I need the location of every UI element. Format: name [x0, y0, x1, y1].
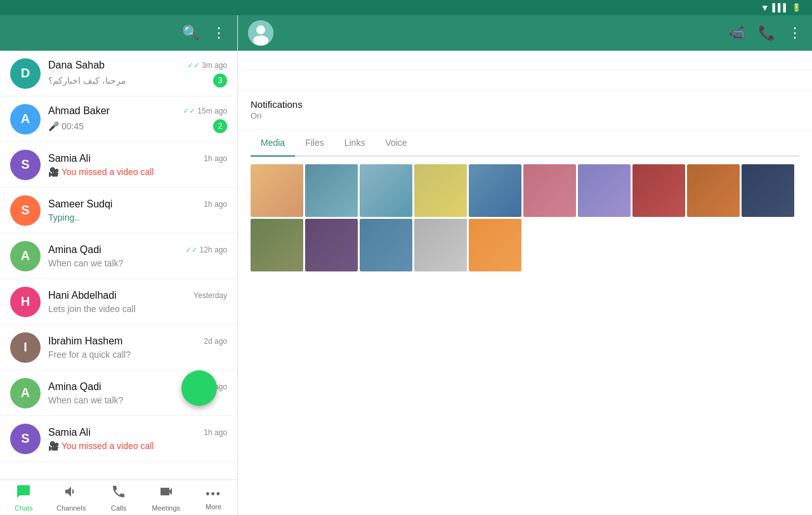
chat-name: Samia Ali — [48, 153, 91, 164]
channels-nav-icon — [63, 484, 79, 503]
calls-nav-icon — [111, 484, 126, 503]
check-icon: ✓✓ — [183, 107, 195, 115]
voice-call-icon[interactable]: 📞 — [758, 25, 775, 41]
chat-name-row: Dana Sahab ✓✓3m ago — [48, 60, 227, 71]
chat-item[interactable]: S Sameer Sudqi 1h ago Typing.. — [0, 188, 237, 233]
media-grid — [251, 164, 799, 271]
nav-item-meetings[interactable]: Meetings — [142, 480, 190, 515]
chat-time: 1h ago — [204, 428, 227, 437]
chat-item[interactable]: S Samia Ali 1h ago 🎥 You missed a video … — [0, 416, 237, 462]
chat-info: Hani Abdelhadi Yesterday Lets join the v… — [48, 290, 227, 314]
right-menu-icon[interactable]: ⋮ — [788, 25, 802, 41]
media-section: MediaFilesLinksVoice — [238, 130, 812, 271]
nav-item-channels[interactable]: Channels — [48, 480, 95, 515]
wifi-icon: ▼ — [761, 3, 769, 13]
chat-item[interactable]: A Ahmad Baker ✓✓15m ago 🎤 00:45 2 — [0, 96, 237, 142]
video-call-icon[interactable]: 📹 — [728, 25, 745, 41]
svg-point-1 — [256, 25, 265, 34]
avatar: A — [10, 241, 41, 271]
chat-item[interactable]: S Samia Ali 1h ago 🎥 You missed a video … — [0, 142, 237, 188]
media-thumbnail[interactable] — [687, 164, 740, 217]
calls-nav-label: Calls — [111, 504, 126, 512]
notifications-title: Notifications — [251, 99, 799, 110]
new-chat-fab[interactable] — [181, 370, 217, 406]
right-panel: 📹 📞 ⋮ Notifications On MediaFilesLinksVo… — [238, 15, 812, 515]
meetings-nav-label: Meetings — [152, 504, 180, 512]
chat-info: Ahmad Baker ✓✓15m ago 🎤 00:45 2 — [48, 105, 227, 133]
avatar: H — [10, 287, 41, 317]
check-icon: ✓✓ — [187, 61, 200, 70]
media-thumbnail[interactable] — [251, 164, 303, 217]
chat-name-row: Samia Ali 1h ago — [48, 427, 227, 438]
chats-nav-icon — [16, 484, 31, 503]
header-icons: 🔍 ⋮ — [182, 25, 227, 41]
menu-icon[interactable]: ⋮ — [212, 25, 227, 41]
notifications-value: On — [251, 111, 799, 121]
contact-header-left — [248, 20, 281, 46]
nav-item-chats[interactable]: Chats — [0, 480, 48, 515]
left-header: 🔍 ⋮ — [0, 15, 237, 51]
left-panel: 🔍 ⋮ D Dana Sahab ✓✓3m ago مرحبا، كيف اخب… — [0, 15, 238, 515]
media-thumbnail[interactable] — [632, 164, 685, 217]
more-nav-label: More — [206, 503, 221, 511]
media-thumbnail[interactable] — [305, 164, 358, 217]
chat-name: Sameer Sudqi — [48, 199, 112, 210]
media-tab-media[interactable]: Media — [251, 130, 295, 157]
media-thumbnail[interactable] — [360, 164, 412, 217]
chat-time: ✓✓15m ago — [183, 107, 227, 115]
chat-item[interactable]: I Ibrahim Hashem 2d ago Free for a quick… — [0, 325, 237, 370]
media-thumbnail[interactable] — [578, 164, 631, 217]
chat-time: 2d ago — [204, 337, 227, 346]
media-thumbnail[interactable] — [414, 219, 467, 271]
chat-time: Yesterday — [193, 291, 227, 300]
search-icon[interactable]: 🔍 — [182, 25, 199, 41]
chat-name: Ibrahim Hashem — [48, 336, 122, 347]
nav-item-calls[interactable]: Calls — [95, 480, 143, 515]
status-bar: ▼ ▌▌▌ 🔋 — [0, 0, 812, 15]
chat-time: ✓✓12h ago — [185, 245, 227, 254]
chat-item[interactable]: H Hani Abdelhadi Yesterday Lets join the… — [0, 279, 237, 325]
chat-name-row: Ibrahim Hashem 2d ago — [48, 336, 227, 347]
chat-info: Amina Qadi ✓✓12h ago When can we talk? — [48, 244, 227, 268]
channels-nav-label: Channels — [56, 504, 86, 512]
media-tab-files[interactable]: Files — [295, 130, 334, 157]
chat-time: 1h ago — [204, 154, 227, 163]
chat-name-row: Ahmad Baker ✓✓15m ago — [48, 105, 227, 117]
avatar: S — [10, 424, 41, 454]
chat-item[interactable]: A Amina Qadi ✓✓12h ago When can we talk? — [0, 233, 237, 279]
media-thumbnail[interactable] — [469, 164, 521, 217]
chat-name: Samia Ali — [48, 427, 91, 438]
chat-name-row: Amina Qadi ✓✓12h ago — [48, 244, 227, 256]
media-tab-links[interactable]: Links — [334, 130, 376, 157]
chat-name: Dana Sahab — [48, 60, 105, 71]
bottom-nav: Chats Channels Calls Meetings ••• More — [0, 479, 237, 515]
chat-item[interactable]: D Dana Sahab ✓✓3m ago مرحبا، كيف اخبارکم… — [0, 51, 237, 96]
chat-preview: Typing.. — [48, 212, 79, 223]
chat-preview: 🎤 00:45 — [48, 121, 84, 131]
avatar: A — [10, 104, 41, 134]
contact-details: Notifications On — [238, 51, 812, 130]
battery-icon: 🔋 — [792, 3, 801, 12]
media-thumbnail[interactable] — [523, 164, 576, 217]
media-tabs: MediaFilesLinksVoice — [251, 130, 799, 157]
media-thumbnail[interactable] — [251, 219, 303, 271]
chat-preview-row: 🎤 00:45 2 — [48, 119, 227, 133]
phone-detail — [238, 51, 812, 70]
chat-preview: Lets join the video call — [48, 304, 136, 314]
media-thumbnail[interactable] — [305, 219, 358, 271]
chat-preview-row: 🎥 You missed a video call — [48, 441, 227, 451]
media-thumbnail[interactable] — [469, 219, 521, 271]
chat-preview-row: Free for a quick call? — [48, 349, 227, 360]
svg-point-2 — [253, 36, 268, 46]
chat-name: Ahmad Baker — [48, 105, 110, 117]
media-thumbnail[interactable] — [742, 164, 794, 217]
unread-badge: 3 — [213, 74, 227, 88]
chat-info: Sameer Sudqi 1h ago Typing.. — [48, 199, 227, 223]
nav-item-more[interactable]: ••• More — [190, 480, 237, 515]
media-thumbnail[interactable] — [414, 164, 467, 217]
more-nav-icon: ••• — [206, 485, 221, 502]
media-thumbnail[interactable] — [360, 219, 412, 271]
chat-preview-row: 🎥 You missed a video call — [48, 167, 227, 177]
media-tab-voice[interactable]: Voice — [375, 130, 417, 157]
chat-preview-row: Lets join the video call — [48, 304, 227, 314]
